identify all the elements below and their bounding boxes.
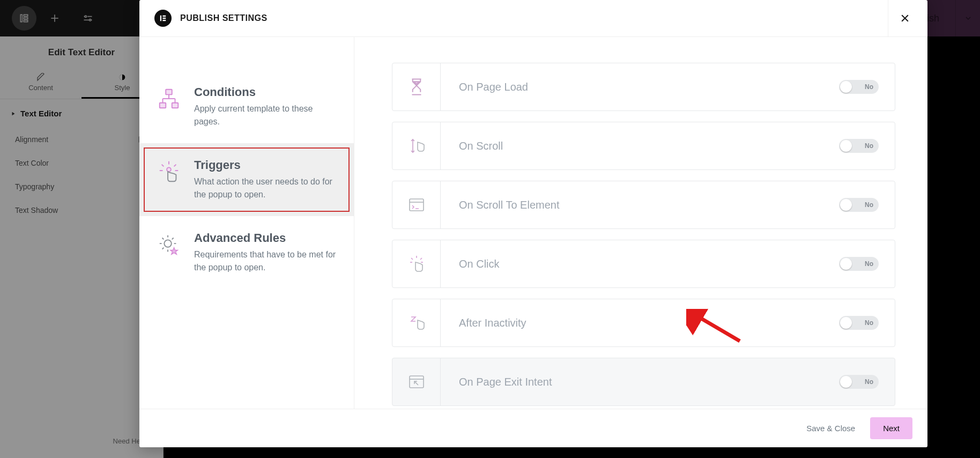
svg-rect-24 [172,103,179,108]
svg-point-35 [164,240,171,247]
trigger-row-exit-intent[interactable]: On Page Exit Intent No [392,358,895,406]
sidebar-item-advanced[interactable]: Advanced Rules Requirements that have to… [139,216,354,289]
toggle-page-load[interactable]: No [839,80,879,94]
trigger-label: On Page Exit Intent [459,376,552,388]
modal-title: PUBLISH SETTINGS [180,13,268,23]
modal-sidebar: Conditions Apply current template to the… [139,37,354,409]
publish-settings-modal: PUBLISH SETTINGS [139,0,927,447]
trigger-row-scroll[interactable]: On Scroll No [392,122,895,170]
sidebar-item-title: Advanced Rules [194,231,339,245]
terminal-window-icon [392,181,441,228]
toggle-state-label: No [865,83,873,91]
modal-header: PUBLISH SETTINGS [139,0,927,37]
svg-line-41 [411,258,413,260]
toggle-state-label: No [865,319,873,327]
svg-rect-19 [162,20,166,21]
svg-line-42 [420,258,422,260]
gear-star-icon [155,231,182,258]
elementor-logo-icon [154,10,172,27]
sitemap-icon [155,85,182,112]
svg-marker-36 [170,248,177,254]
toggle-state-label: No [865,142,873,150]
toggle-scroll-to-element[interactable]: No [839,198,879,212]
toggle-state-label: No [865,201,873,209]
sidebar-item-desc: Apply current template to these pages. [194,102,339,128]
svg-rect-18 [162,18,166,19]
modal-content: On Page Load No On Scroll No [354,37,927,409]
toggle-state-label: No [865,260,873,268]
toggle-inactivity[interactable]: No [839,316,879,330]
svg-rect-45 [410,376,424,388]
svg-line-30 [162,165,164,167]
trigger-row-inactivity[interactable]: After Inactivity No [392,299,895,347]
sidebar-item-desc: What action the user needs to do for the… [194,175,339,201]
toggle-state-label: No [865,378,873,386]
modal-footer: Save & Close Next [139,409,927,447]
sidebar-item-conditions[interactable]: Conditions Apply current template to the… [139,70,354,143]
scroll-hand-icon [392,122,441,169]
trigger-label: On Scroll To Element [459,199,560,211]
trigger-label: On Click [459,258,500,270]
svg-rect-22 [166,90,172,95]
toggle-scroll[interactable]: No [839,139,879,153]
sleep-hand-icon [392,299,441,346]
trigger-label: On Page Load [459,81,528,93]
close-button[interactable] [888,0,921,36]
sidebar-item-title: Triggers [194,158,339,172]
trigger-row-page-load[interactable]: On Page Load No [392,63,895,111]
trigger-label: On Scroll [459,140,503,152]
svg-rect-16 [160,16,161,21]
sidebar-item-desc: Requirements that have to be met for the… [194,248,339,274]
save-close-button[interactable]: Save & Close [806,424,855,433]
trigger-row-scroll-to-element[interactable]: On Scroll To Element No [392,181,895,229]
sidebar-item-title: Conditions [194,85,339,99]
click-burst-icon [155,158,182,185]
next-button[interactable]: Next [870,417,912,439]
trigger-label: After Inactivity [459,317,526,329]
trigger-row-click[interactable]: On Click No [392,240,895,288]
svg-line-31 [174,165,176,167]
toggle-exit-intent[interactable]: No [839,375,879,389]
svg-rect-17 [162,16,166,17]
exit-window-icon [392,358,441,405]
modal-body: Conditions Apply current template to the… [139,37,927,409]
sidebar-item-triggers[interactable]: Triggers What action the user needs to d… [139,143,354,216]
toggle-click[interactable]: No [839,257,879,271]
svg-rect-23 [160,103,166,108]
hourglass-icon [392,63,441,110]
click-icon [392,240,441,287]
